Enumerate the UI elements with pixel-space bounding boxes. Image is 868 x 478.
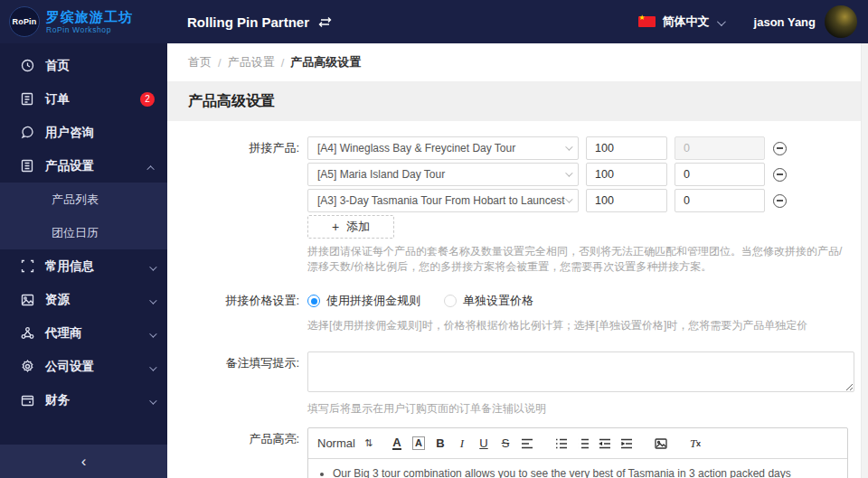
ordered-list-button[interactable] — [552, 434, 571, 454]
offset-input[interactable] — [675, 189, 765, 212]
logo-title: 罗缤旅游工坊 — [46, 10, 133, 23]
sidebar-item-product-settings[interactable]: 产品设置 — [0, 149, 167, 183]
switch-account-icon[interactable] — [318, 16, 332, 28]
sidebar-item-home[interactable]: 首页 — [0, 49, 167, 82]
sidebar-item-resources[interactable]: 资源 — [0, 283, 167, 316]
ordered-list-icon — [555, 438, 568, 449]
breadcrumb: 首页 / 产品设置 / 产品高级设置 — [167, 43, 868, 81]
remark-tip-row: 备注填写提示: 填写后将显示在用户订购页面的订单备注辅以说明 — [167, 351, 868, 417]
text-color-button[interactable]: A — [387, 434, 407, 454]
chevron-down-icon — [565, 143, 572, 150]
sidebar-subitem-product-list[interactable]: 产品列表 — [0, 183, 167, 216]
add-product-button[interactable]: + 添加 — [307, 215, 394, 239]
underline-icon: U — [479, 436, 487, 450]
ratio-input[interactable] — [586, 136, 667, 160]
sidebar-item-orders[interactable]: 订单 2 — [0, 82, 167, 116]
language-label: 简体中文 — [663, 14, 710, 30]
indent-button[interactable] — [617, 434, 637, 454]
sidebar-item-label: 资源 — [45, 292, 70, 308]
china-flag-icon — [638, 16, 656, 27]
radio-unselected-icon — [444, 295, 457, 307]
italic-button[interactable]: I — [452, 434, 472, 454]
sidebar-item-label: 代理商 — [45, 325, 82, 342]
sidebar-item-label: 订单 — [45, 91, 70, 108]
remove-row-icon[interactable] — [773, 194, 787, 208]
product-settings-submenu: 产品列表 团位日历 — [0, 183, 167, 249]
clear-format-button[interactable]: Tx — [685, 434, 705, 454]
format-picker[interactable]: Normal ⇅ — [317, 436, 386, 450]
app-logo[interactable]: RoPin 罗缤旅游工坊 RoPin Workshop — [0, 6, 167, 37]
partner-title: Rolling Pin Partner — [187, 14, 332, 30]
form-content: 拼接产品: [A4] Wineglass Bay & Freycinet Day… — [167, 121, 868, 478]
main-area: 首页 / 产品设置 / 产品高级设置 产品高级设置 拼接产品: [A4] Win… — [167, 43, 868, 478]
sidebar-subitem-group-calendar[interactable]: 团位日历 — [0, 216, 167, 249]
ratio-input[interactable] — [586, 189, 667, 212]
plus-icon: + — [332, 220, 339, 234]
scan-info-icon — [20, 259, 34, 274]
chat-icon — [20, 126, 34, 140]
logo-circle-icon: RoPin — [9, 6, 40, 37]
offset-input[interactable] — [675, 163, 765, 186]
bullet-list-button[interactable] — [573, 434, 593, 454]
sidebar-item-company-settings[interactable]: 公司设置 — [0, 350, 167, 383]
sidebar: 首页 订单 2 用户咨询 — [0, 43, 167, 478]
strikethrough-button[interactable]: S — [495, 434, 515, 454]
collapse-left-icon: ‹ — [81, 454, 87, 469]
product-select[interactable]: [A3] 3-Day Tasmania Tour From Hobart to … — [307, 189, 579, 212]
product-select[interactable]: [A5] Maria Island Day Tour — [307, 163, 579, 186]
editor-content[interactable]: Our Big 3 tour combination allows you to… — [308, 459, 847, 478]
page-title: 产品高级设置 — [188, 92, 275, 111]
avatar[interactable] — [825, 5, 857, 38]
outdent-button[interactable] — [595, 434, 615, 454]
background-color-icon: A — [412, 436, 425, 450]
page-scrollbar[interactable] — [861, 43, 868, 478]
product-row: [A5] Maria Island Day Tour — [307, 163, 868, 186]
sidebar-collapse-button[interactable]: ‹ — [0, 445, 167, 478]
concat-products-label: 拼接产品: — [167, 136, 307, 275]
product-select[interactable]: [A4] Wineglass Bay & Freycinet Day Tour — [307, 136, 579, 160]
radio-separate-price[interactable]: 单独设置价格 — [444, 293, 533, 309]
radio-selected-icon — [307, 295, 320, 307]
offset-input-disabled — [675, 136, 765, 160]
breadcrumb-current: 产品高级设置 — [290, 54, 361, 70]
image-icon — [20, 293, 34, 307]
chevron-down-icon — [149, 292, 155, 308]
add-button-label: 添加 — [346, 219, 370, 235]
breadcrumb-product-settings[interactable]: 产品设置 — [228, 54, 275, 70]
italic-icon: I — [460, 436, 464, 451]
price-setting-help: 选择[使用拼接佣金规则]时，价格将根据价格比例计算；选择[单独设置价格]时，您将… — [307, 318, 850, 333]
product-list-icon — [20, 159, 34, 173]
insert-image-icon — [655, 438, 667, 449]
remove-row-icon[interactable] — [773, 168, 787, 182]
logo-text: 罗缤旅游工坊 RoPin Workshop — [46, 10, 133, 34]
sidebar-item-agents[interactable]: 代理商 — [0, 316, 167, 350]
underline-button[interactable]: U — [474, 434, 494, 454]
price-setting-label: 拼接价格设置: — [167, 289, 307, 333]
sidebar-item-common-info[interactable]: 常用信息 — [0, 249, 167, 283]
price-setting-row: 拼接价格设置: 使用拼接佣金规则 单独设置价格 选择[使用拼接佣金规则]时，价格… — [167, 289, 868, 333]
align-button[interactable] — [517, 434, 537, 454]
sidebar-nav: 首页 订单 2 用户咨询 — [0, 43, 167, 445]
highlight-label: 产品高亮: — [167, 427, 307, 478]
header-right: 简体中文 jason Yang — [638, 5, 868, 38]
breadcrumb-home[interactable]: 首页 — [188, 54, 212, 70]
radio-label: 单独设置价格 — [463, 293, 533, 309]
user-name: jason Yang — [754, 15, 816, 29]
remark-tip-label: 备注填写提示: — [167, 351, 307, 417]
language-dropdown[interactable] — [717, 14, 723, 30]
partner-title-label: Rolling Pin Partner — [187, 14, 309, 30]
radio-commission-rule[interactable]: 使用拼接佣金规则 — [307, 293, 420, 309]
sidebar-item-inquiry[interactable]: 用户咨询 — [0, 116, 167, 149]
insert-image-button[interactable] — [651, 434, 671, 454]
remove-row-icon[interactable] — [773, 142, 787, 155]
remark-tip-textarea[interactable] — [307, 351, 854, 392]
picker-arrows-icon: ⇅ — [364, 437, 373, 449]
ratio-input[interactable] — [586, 163, 667, 186]
chevron-down-icon — [149, 392, 155, 408]
chevron-down-icon — [149, 359, 155, 375]
format-picker-value: Normal — [317, 436, 355, 450]
sidebar-item-finance[interactable]: 财务 — [0, 383, 167, 417]
bold-button[interactable]: B — [430, 434, 450, 454]
subitem-label: 团位日历 — [52, 225, 99, 241]
background-color-button[interactable]: A — [409, 434, 429, 454]
